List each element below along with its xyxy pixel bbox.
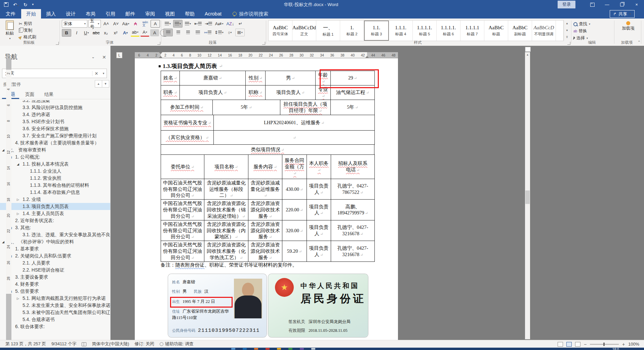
style-item[interactable]: 一、 标题 1: [316, 21, 340, 41]
styles-scroll-up-icon[interactable]: ▲: [564, 20, 570, 27]
cell-client[interactable]: 中国石油天然气股份有限公司辽河油田分公司: [161, 220, 204, 241]
cell-contact[interactable]: 孔德宁、0427-7867522: [331, 179, 375, 200]
zoom-in-icon[interactable]: +: [622, 342, 625, 347]
print-layout-icon[interactable]: [566, 342, 572, 347]
style-item[interactable]: 1.1.1.1. 标题 6: [437, 21, 460, 41]
word-count[interactable]: 9/34112 个字: [51, 341, 76, 347]
cell-role[interactable]: 项目负责人: [307, 200, 331, 220]
taskbar-app-icon[interactable]: [288, 348, 292, 350]
bullets-button[interactable]: ▾: [163, 20, 172, 27]
scrollbar-thumb[interactable]: [525, 190, 530, 204]
col-contact[interactable]: 招标人及联系电话: [331, 154, 375, 179]
nav-search-dropdown-icon[interactable]: ▾: [100, 72, 107, 75]
cell-service[interactable]: 含泥沙原油资源化回收技术服务: [248, 200, 282, 220]
style-item[interactable]: AaBbC 副标题: [508, 21, 532, 41]
multilevel-list-button[interactable]: ▾: [184, 20, 192, 27]
align-center-button[interactable]: [174, 29, 183, 36]
cell-contact[interactable]: 高鹏、18942799979: [331, 200, 375, 220]
decrease-indent-button[interactable]: ⇤: [193, 20, 203, 27]
undo-dropdown-icon[interactable]: ▾: [17, 4, 19, 7]
style-item[interactable]: AaBbC 标题: [484, 21, 508, 41]
style-item[interactable]: 1.1.1. 标题 4: [389, 21, 413, 41]
nav-search-input[interactable]: [2, 71, 92, 76]
tab-view[interactable]: 视图: [160, 9, 180, 19]
phonetic-guide-button[interactable]: wén文: [141, 20, 150, 27]
cell-amount[interactable]: 220.00: [282, 200, 307, 220]
nav-heading-item[interactable]: 3.5. HSE作业计划书: [0, 118, 110, 125]
nav-expand-icon[interactable]: ▷: [17, 198, 23, 201]
share-button[interactable]: ↱ 共享 ▾: [610, 10, 635, 18]
cell-pm-years-value[interactable]: 5年: [331, 100, 375, 115]
nav-heading-item[interactable]: 1.1.4. 基本存款账户信息: [0, 189, 110, 196]
tab-references[interactable]: 引用: [100, 9, 120, 19]
styles-dialog-launcher-icon[interactable]: [567, 42, 570, 45]
taskbar-app-icon[interactable]: [300, 348, 304, 350]
nav-heading-item[interactable]: ▷ 5.1. 网站查询截图及无行贿犯罪行为承诺: [0, 295, 110, 302]
nav-heading-item[interactable]: 1.3. 项目负责人简历表: [0, 203, 110, 210]
cell-amount[interactable]: 59.20: [282, 241, 307, 262]
cell-title-value[interactable]: 项目负责人: [266, 85, 316, 100]
cell-client[interactable]: 中国石油天然气股份有限公司辽河油田分公司: [161, 241, 204, 262]
nav-heading-item[interactable]: ◢ 1. 公司概况:: [0, 153, 110, 161]
restore-button[interactable]: [614, 0, 629, 9]
shrink-font-button[interactable]: A˅: [112, 20, 120, 27]
cell-other-cert-value[interactable]: [214, 130, 375, 144]
cell-position-label[interactable]: 职务: [161, 85, 180, 100]
taskbar-app-icon[interactable]: [311, 348, 315, 350]
sort-button[interactable]: AZ↓: [225, 20, 235, 27]
cell-client[interactable]: 中国石油天然气股份有限公司辽河油田分公司: [161, 179, 204, 200]
cell-worktime-value[interactable]: 5年: [213, 100, 280, 115]
cell-project[interactable]: 含泥沙原油资源化回收技术服务（内蒙地区）: [204, 220, 248, 241]
cell-similar-projects-header[interactable]: 类似项目情况: [161, 144, 374, 154]
text-effects-button[interactable]: A▾: [121, 29, 130, 36]
tab-file[interactable]: 文件: [0, 9, 21, 19]
style-item[interactable]: 1.1.1.1. 标题 5: [413, 21, 437, 41]
cell-role[interactable]: 项目负责人: [307, 220, 331, 241]
show-hide-marks-button[interactable]: ↵: [236, 20, 245, 27]
align-left-button[interactable]: [163, 29, 173, 36]
nav-heading-item[interactable]: 3.4. 违约承诺: [0, 111, 110, 118]
cell-service[interactable]: 含泥沙原油资源化回收技术服务: [248, 220, 282, 241]
nav-tab-results[interactable]: 结果: [40, 90, 57, 99]
cell-project[interactable]: 含泥沙原油资源化回收技术服务（锦采油泥处理站）: [204, 200, 248, 220]
font-name-combo[interactable]: 宋体▾: [62, 20, 87, 28]
cell-other-cert-label[interactable]: （其它执业资格）: [161, 130, 214, 144]
page-indicator[interactable]: 第 123 页，共 257 页: [5, 341, 46, 347]
cell-contact[interactable]: 孔德宁、0427-3216678: [331, 220, 375, 241]
cell-name-label[interactable]: 姓名: [161, 71, 180, 85]
paste-dropdown-icon[interactable]: ▾: [9, 37, 10, 40]
character-shading-button[interactable]: A: [150, 29, 159, 36]
paragraph-dialog-launcher-icon[interactable]: [262, 42, 265, 45]
accessibility-status[interactable]: 辅助功能: 调查: [165, 341, 194, 347]
nav-heading-item[interactable]: 1.1.3. 其年检合格的证明材料: [0, 182, 110, 189]
document-page[interactable]: 1.3.项目负责人简历表 ↵ 姓名 唐嘉锴 性别 男 年龄 29 职务: [135, 58, 398, 340]
cell-sex-value[interactable]: 男: [266, 71, 316, 85]
cell-role[interactable]: 项目负责人: [307, 241, 331, 262]
zoom-slider-knob[interactable]: [603, 343, 605, 346]
justify-button[interactable]: [193, 29, 202, 36]
grow-font-button[interactable]: A˄: [102, 20, 111, 27]
nav-heading-item[interactable]: ◢ 2. 关键岗位人员和队伍要求: [0, 252, 110, 259]
nav-heading-item[interactable]: 1.1.1. 企业法人: [0, 168, 110, 175]
nav-previous-result-button[interactable]: ▲: [95, 80, 102, 88]
redo-icon[interactable]: ↻: [24, 2, 28, 7]
nav-expand-icon[interactable]: ▷: [17, 212, 23, 215]
cell-role[interactable]: 项目负责人: [307, 179, 331, 200]
align-right-button[interactable]: [184, 29, 192, 36]
cut-button[interactable]: ✂剪切: [19, 21, 36, 27]
ribbon-display-options-button[interactable]: [585, 0, 600, 9]
right-indent-marker[interactable]: [365, 56, 369, 58]
nav-heading-item[interactable]: 2.2. HSE培训合格证: [0, 267, 110, 274]
addins-button[interactable]: 加载项: [616, 20, 640, 31]
highlight-button[interactable]: ab▾: [131, 29, 139, 37]
zoom-slider[interactable]: [590, 344, 619, 345]
read-mode-icon[interactable]: [558, 342, 563, 347]
styles-scroll-down-icon[interactable]: ▼: [564, 27, 570, 34]
track-changes-indicator[interactable]: 修订: 关闭: [134, 341, 154, 347]
sign-in-button[interactable]: 登录: [558, 1, 575, 8]
taskbar-app-icon[interactable]: [231, 348, 235, 350]
asian-layout-button[interactable]: A⇄▾: [214, 20, 225, 27]
cell-pm-years-label[interactable]: 担任项目负责人（项目经理）年限: [280, 100, 331, 115]
tab-design[interactable]: 设计: [61, 9, 81, 19]
cell-title-label[interactable]: 职称: [246, 85, 266, 100]
